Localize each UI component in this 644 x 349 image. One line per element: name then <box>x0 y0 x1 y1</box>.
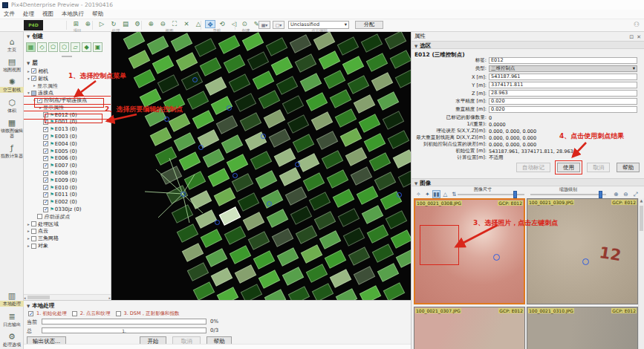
polyline-tool-icon[interactable]: ◇ <box>37 42 47 52</box>
processing-header[interactable]: ▼本地处理 <box>27 302 54 310</box>
gcp-marker-circle[interactable] <box>493 254 500 261</box>
tree-row[interactable]: ⚑E005 (0) <box>24 148 111 155</box>
tree-checkbox[interactable] <box>43 200 48 205</box>
orbit-icon[interactable]: ⟲ <box>217 20 227 28</box>
images-section-header[interactable]: ▼图像 <box>412 178 644 186</box>
tree-checkbox[interactable] <box>43 141 48 146</box>
sort-distance-icon[interactable]: △ <box>441 190 449 198</box>
property-input[interactable]: E012 <box>489 57 637 64</box>
open-project-icon[interactable]: ⊕ <box>82 20 93 28</box>
scale-tool-icon[interactable]: ◆ <box>82 42 91 52</box>
step-checkbox[interactable] <box>28 311 33 316</box>
menu-item[interactable]: 帮助 <box>92 10 103 18</box>
zoom-out-icon[interactable]: ⊖ <box>622 190 630 198</box>
tree-row[interactable]: ▸处理区域 <box>24 221 111 228</box>
zoom-in-icon[interactable]: ⊕ <box>146 20 156 28</box>
gcp-marker-circle[interactable] <box>198 145 204 150</box>
tree-checkbox[interactable] <box>43 163 48 169</box>
scrollbar-thumb[interactable] <box>640 206 643 231</box>
new-tiepoint-icon[interactable]: ⊙ <box>239 20 250 28</box>
tree-checkbox[interactable] <box>43 185 48 190</box>
tree-checkbox[interactable] <box>31 68 36 74</box>
show-unmarked-icon[interactable]: ✦ <box>423 190 432 198</box>
property-input[interactable]: 543187.961 <box>489 74 637 80</box>
property-input[interactable]: 3374171.811 <box>489 82 637 88</box>
orthoplane-tool-icon[interactable]: ▱ <box>71 42 80 52</box>
help-button[interactable]: 帮助 <box>617 163 640 172</box>
user-icon[interactable]: ⚇ <box>634 21 640 28</box>
rail-item-体积[interactable]: ⬡体积 <box>0 98 24 113</box>
tree-row[interactable]: ⚑E001 (0) <box>24 119 111 126</box>
tree-row[interactable]: ⚑E007 (0) <box>24 162 111 169</box>
selection-section-header[interactable]: ▼选区 <box>412 41 644 49</box>
home-view-icon[interactable]: △ <box>193 20 204 28</box>
gcp-marker-circle[interactable] <box>582 258 589 265</box>
rail-item-本地处理[interactable]: ▥本地处理 <box>0 291 24 306</box>
gcp-marker-circle[interactable] <box>267 201 272 206</box>
report-icon[interactable]: ▤ <box>120 20 131 28</box>
tree-checkbox[interactable] <box>37 98 42 103</box>
gcp-marker-circle[interactable] <box>227 105 232 111</box>
gcp-marker-circle[interactable] <box>261 134 266 139</box>
tree-checkbox[interactable] <box>31 91 36 96</box>
gcp-marker-circle[interactable] <box>164 117 169 122</box>
rail-item-镶嵌图编辑器[interactable]: ▦镶嵌图编辑器 <box>0 118 24 138</box>
previous-view-icon[interactable]: ◁ <box>229 20 239 28</box>
tree-checkbox[interactable] <box>43 207 48 212</box>
slider-handle[interactable] <box>513 191 517 198</box>
tree-checkbox[interactable] <box>31 236 36 241</box>
tree-row[interactable]: ⚑E009 (0) <box>24 177 111 184</box>
gcp-marker-circle[interactable] <box>192 77 198 82</box>
gcp-marker-circle[interactable] <box>397 192 402 198</box>
scroll-left-icon[interactable]: ◂ <box>24 296 26 300</box>
reoptimize-icon[interactable]: ↻ <box>108 20 119 28</box>
show-all-images-icon[interactable]: ✧ <box>414 190 423 198</box>
create-section-header[interactable]: ▼创建 <box>24 32 111 41</box>
tree-row[interactable]: ⚑E010 (0) <box>24 184 111 192</box>
thumbnails-scrollbar[interactable]: ▲ <box>638 198 644 349</box>
tree-row[interactable]: ⚑E013 (0) <box>24 125 111 133</box>
step-checkbox[interactable] <box>116 311 121 316</box>
menu-item[interactable]: 本地执行 <box>62 10 84 18</box>
tree-row[interactable]: ⚑E008 (0) <box>24 169 111 177</box>
tree-row[interactable]: ▸相机 <box>24 68 111 75</box>
tree-checkbox[interactable] <box>43 192 48 198</box>
tree-row[interactable]: ▾连接点 <box>24 89 111 97</box>
image-thumbnail[interactable]: 100_0021_0309.JPGGCP: E01212 <box>527 198 638 304</box>
fit-view-icon[interactable]: ⛶ <box>169 20 180 28</box>
tree-row[interactable]: ▸显示属性 <box>24 104 111 111</box>
gcp-marker-circle[interactable] <box>232 173 238 178</box>
tree-checkbox[interactable] <box>43 149 48 154</box>
panel-splitter[interactable] <box>24 53 111 59</box>
zoom-out-icon[interactable]: ⊖ <box>157 20 168 28</box>
tree-checkbox[interactable] <box>31 229 36 234</box>
tree-row[interactable]: ▸显示属性 <box>24 82 111 90</box>
tree-checkbox[interactable] <box>43 112 48 117</box>
menu-item[interactable]: 处理 <box>23 10 34 18</box>
tree-checkbox[interactable] <box>43 120 48 125</box>
tree-row[interactable]: ▾控制点/手动连接点 <box>24 97 111 104</box>
tree-row[interactable]: 自动连接点 <box>24 213 111 221</box>
tree-checkbox[interactable] <box>31 244 36 249</box>
tree-row[interactable]: ⚑E011 (0) <box>24 192 111 199</box>
menu-item[interactable]: 文件 <box>4 10 15 18</box>
rail-item-地图视图[interactable]: ▤地图视图 <box>0 57 24 72</box>
rail-item-日志输出[interactable]: ≣日志输出 <box>0 312 24 327</box>
menu-item[interactable]: 视图 <box>42 10 53 18</box>
tree-checkbox[interactable] <box>43 127 48 132</box>
rail-item-空三射线[interactable]: ✺空三射线 <box>0 77 24 92</box>
step-checkbox[interactable] <box>72 311 77 316</box>
property-input[interactable]: 0.020 <box>489 98 637 105</box>
tree-row[interactable]: ▸对象 <box>24 242 111 249</box>
image-size-slider[interactable] <box>458 194 524 195</box>
expander-icon[interactable]: ▾ <box>32 98 37 102</box>
scroll-right-icon[interactable]: ▸ <box>108 296 111 300</box>
tree-row[interactable]: ⚑E012 (0) <box>24 111 111 119</box>
expander-icon[interactable]: ▾ <box>26 91 31 95</box>
scrollbar-thumb[interactable] <box>27 296 50 299</box>
property-input[interactable]: 0.020 <box>489 106 637 113</box>
assign-button[interactable]: 分配 <box>355 21 383 29</box>
zoom-level-slider[interactable] <box>530 194 606 195</box>
image-thumbnail[interactable]: 100_0021_0307.JPGGCP: E012 <box>414 307 525 349</box>
property-select[interactable]: 三维控制点▾ <box>489 65 637 72</box>
